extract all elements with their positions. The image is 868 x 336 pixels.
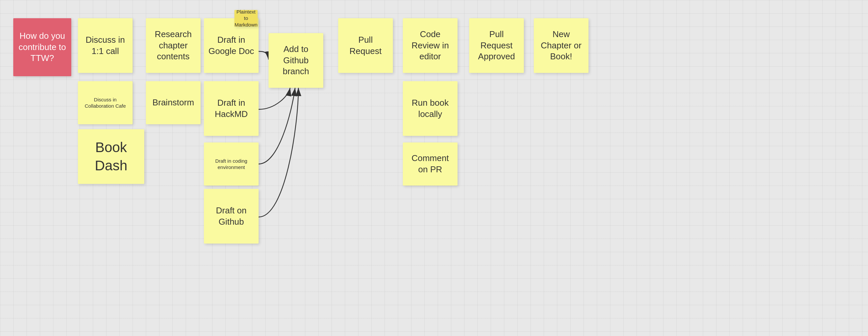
discuss-1-1[interactable]: Discuss in 1:1 call [78,18,133,73]
draft-coding-environment-label: Draft in coding environment [208,158,255,171]
plaintext-to-markdown-label: Plaintext to Markdown [235,9,257,28]
pull-request-label: Pull Request [342,34,389,57]
code-review-editor-label: Code Review in editor [407,29,454,62]
run-book-locally[interactable]: Run book locally [403,81,458,136]
draft-google-doc-label: Draft in Google Doc [208,34,255,57]
how-do-you-label: How do you contribute to TTW? [17,31,67,64]
new-chapter-or-book[interactable]: New Chapter or Book! [534,18,589,73]
plaintext-to-markdown[interactable]: Plaintext to Markdown [235,10,258,27]
new-chapter-or-book-label: New Chapter or Book! [538,29,585,62]
pull-request-approved-label: Pull Request Approved [473,29,520,62]
pull-request-approved[interactable]: Pull Request Approved [469,18,524,73]
discuss-collaboration-cafe[interactable]: Discuss in Collaboration Cafe [78,81,133,124]
draft-on-github-label: Draft on Github [208,205,255,228]
comment-on-pr-label: Comment on PR [407,153,454,175]
brainstorm-label: Brainstorm [153,97,194,108]
draft-coding-environment[interactable]: Draft in coding environment [204,142,258,186]
draft-hackmd-label: Draft in HackMD [208,97,255,120]
add-to-github-branch-label: Add to Github branch [273,44,319,77]
research-chapter-label: Research chapter contents [150,29,196,62]
discuss-1-1-label: Discuss in 1:1 call [82,34,129,57]
run-book-locally-label: Run book locally [407,97,454,120]
brainstorm[interactable]: Brainstorm [146,81,200,124]
book-dash[interactable]: Book Dash [78,129,144,184]
pull-request[interactable]: Pull Request [338,18,393,73]
draft-hackmd[interactable]: Draft in HackMD [204,81,258,136]
add-to-github-branch[interactable]: Add to Github branch [269,33,323,88]
comment-on-pr[interactable]: Comment on PR [403,142,458,186]
draft-on-github[interactable]: Draft on Github [204,189,258,243]
how-do-you[interactable]: How do you contribute to TTW? [13,18,71,76]
book-dash-label: Book Dash [82,138,140,175]
code-review-editor[interactable]: Code Review in editor [403,18,458,73]
discuss-collaboration-cafe-label: Discuss in Collaboration Cafe [82,96,129,109]
research-chapter[interactable]: Research chapter contents [146,18,200,73]
